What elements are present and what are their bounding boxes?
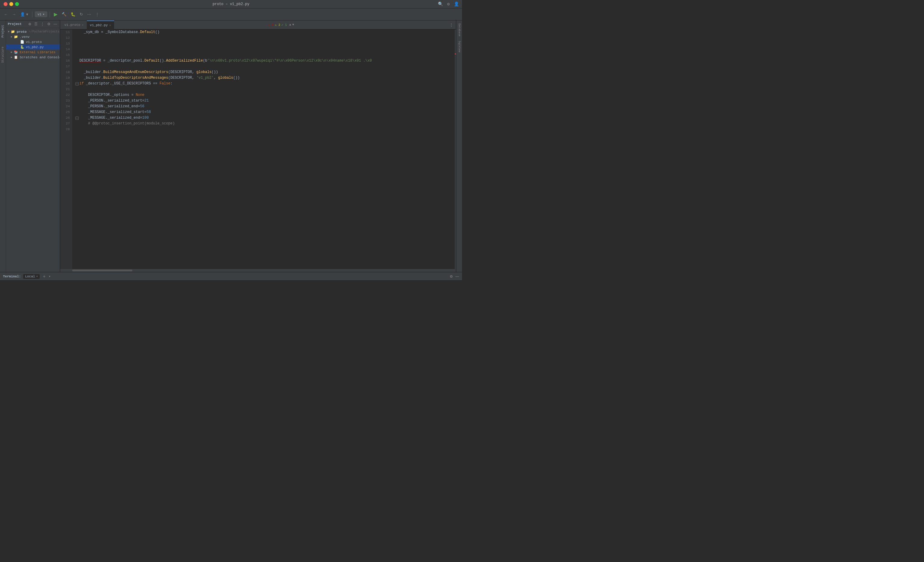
panel-actions: ⊕ ☰ ⋮ ⚙ — <box>27 22 58 27</box>
terminal-body[interactable]: (.venv) wupeiqi@wupeiqideMacBook-Pro pro… <box>0 281 462 281</box>
toolbar: ← → 👤 ▾ v1 ▾ ▶ 🔨 🐛 ↻ ⋯ ⋮ <box>0 8 462 21</box>
nav-up[interactable]: ▲ <box>290 23 291 27</box>
user-menu-btn[interactable]: 👤 ▾ <box>19 11 30 18</box>
search-icon[interactable]: 🔍 <box>438 1 443 7</box>
code-line-18: _builder.BuildMessageAndEnumDescriptors(… <box>75 69 450 75</box>
tree-label-proto: proto <box>16 30 27 34</box>
filter-btn[interactable]: ⋮ <box>40 22 45 27</box>
ln-15: 15 <box>60 52 70 58</box>
editor-area: v1.proto ✕ v1_pb2.py ✕ ⚠ 4 ⚠ 2 ✓ 1 ▲ ▼ ⋮… <box>60 21 456 272</box>
tree-item-ext-libs[interactable]: ▶ 📚 External Libraries <box>6 49 60 55</box>
code-line-16: DESCRIPTOR = _descriptor_pool.Default().… <box>75 58 450 64</box>
tree-label-scratches: Scratches and Consoles <box>20 55 60 59</box>
nav-down[interactable]: ▼ <box>292 23 294 27</box>
forward-btn[interactable]: → <box>10 11 18 18</box>
code-content[interactable]: _sym_db = _SymbolDatabase.Default() <box>72 30 452 269</box>
branch-arrow: ▾ <box>43 12 45 16</box>
bottom-panel: Terminal: Local ✕ ＋ ▾ ⚙ — (.venv) wupeiq… <box>0 272 462 281</box>
database-icon[interactable]: Database <box>458 24 461 36</box>
ln-12: 12 <box>60 35 70 41</box>
hide-btn[interactable]: — <box>52 22 58 27</box>
warn-count: ⚠ 2 <box>275 23 280 27</box>
sqlview-icon[interactable]: SqiView <box>458 41 461 52</box>
back-btn[interactable]: ← <box>2 11 9 18</box>
title-actions: 🔍 ⚙ 👤 <box>438 1 459 7</box>
settings-icon[interactable]: ⚙ <box>447 1 450 7</box>
h-scrollbar-thumb[interactable] <box>72 270 132 271</box>
arrow-venv: ▶ <box>11 35 12 39</box>
terminal-add-btn[interactable]: ＋ <box>42 274 46 279</box>
separator-1 <box>32 11 33 18</box>
tree-item-v1proto[interactable]: 📄 v1.proto <box>6 39 60 45</box>
tabs-overflow[interactable]: ⋮ <box>448 22 455 27</box>
tab-v1proto[interactable]: v1.proto ✕ <box>62 21 87 30</box>
close-btn[interactable] <box>4 2 8 6</box>
ln-16: 16 <box>60 58 70 64</box>
tree-label-ext-libs: External Libraries <box>20 51 56 54</box>
code-area-wrapper: 11 12 13 14 15 16 17 18 19 20 21 22 23 2… <box>60 30 456 269</box>
debug-btn[interactable]: 🐛 <box>69 11 77 18</box>
editor-tabs: v1.proto ✕ v1_pb2.py ✕ ⚠ 4 ⚠ 2 ✓ 1 ▲ ▼ ⋮ <box>60 21 456 30</box>
tree-item-scratches[interactable]: ▶ 📋 Scratches and Consoles <box>6 55 60 60</box>
tab-close-v1pb2[interactable]: ✕ <box>109 24 111 27</box>
code-text-12 <box>80 35 81 41</box>
collapse-btn[interactable]: ☰ <box>33 22 39 27</box>
terminal-settings-btn[interactable]: ⚙ <box>450 274 453 279</box>
settings-btn[interactable]: ⚙ <box>46 22 51 27</box>
panel-header: Project ⊕ ☰ ⋮ ⚙ — <box>6 21 60 28</box>
tree-label-v1pb2: v1_pb2.py <box>26 45 44 49</box>
tab-close-v1proto[interactable]: ✕ <box>82 23 84 27</box>
ok-count: ✓ 1 <box>282 23 287 27</box>
run-btn[interactable]: ▶ <box>52 11 59 18</box>
tab-label-v1pb2: v1_pb2.py <box>90 24 108 27</box>
code-line-23: _PERSON._serialized_start=21 <box>75 98 450 104</box>
code-text-22: DESCRIPTOR._options = None <box>80 92 144 98</box>
fold-icon-26 <box>75 116 79 120</box>
window-title: proto – v1_pb2.py <box>213 2 249 6</box>
terminal-minimize-btn[interactable]: — <box>455 274 459 279</box>
ln-28: 28 <box>60 127 70 132</box>
build-btn[interactable]: 🔨 <box>60 11 68 18</box>
tab-v1pb2[interactable]: v1_pb2.py ✕ <box>87 21 114 30</box>
terminal-header: Terminal: Local ✕ ＋ ▾ ⚙ — <box>0 272 462 281</box>
code-line-28 <box>75 127 450 132</box>
code-text-16: DESCRIPTOR = _descriptor_pool.Default().… <box>80 58 372 64</box>
ln-21: 21 <box>60 87 70 92</box>
gutter-26 <box>75 116 80 120</box>
ln-26: 26 <box>60 115 70 121</box>
error-indicators-row: ⚠ 4 ⚠ 2 ✓ 1 ▲ ▼ <box>267 23 296 27</box>
branch-selector[interactable]: v1 ▾ <box>35 11 48 17</box>
sidebar-tab-strip: Project Structure <box>0 21 6 272</box>
sidebar-tab-structure[interactable]: Structure <box>1 45 5 64</box>
tree-item-proto-root[interactable]: ▼ 📁 proto ~/PycharmProjects/luffySpider/… <box>6 29 60 34</box>
branch-label: v1 <box>38 13 42 16</box>
editor-container: 11 12 13 14 15 16 17 18 19 20 21 22 23 2… <box>60 30 456 272</box>
terminal-close-btn[interactable]: ✕ <box>36 275 38 278</box>
code-line-20: if _descriptor._USE_C_DESCRIPTORS == Fal… <box>75 81 450 87</box>
ln-17: 17 <box>60 64 70 69</box>
minimize-btn[interactable] <box>9 2 13 6</box>
maximize-btn[interactable] <box>15 2 19 6</box>
refresh-btn[interactable]: ↻ <box>78 11 84 18</box>
more2-btn[interactable]: ⋮ <box>94 11 101 18</box>
code-line-13 <box>75 41 450 46</box>
code-line-14 <box>75 46 450 52</box>
tree-item-venv[interactable]: ▶ 📁 .venv <box>6 34 60 39</box>
terminal-label: Terminal: <box>3 275 21 278</box>
main-layout: Project Structure Project ⊕ ☰ ⋮ ⚙ — ▼ 📁 <box>0 21 462 272</box>
more-btn[interactable]: ⋯ <box>86 11 93 18</box>
terminal-tab-local[interactable]: Local ✕ <box>23 274 39 279</box>
code-line-27: # @@protoc_insertion_point(module_scope) <box>75 121 450 127</box>
sidebar-tab-project[interactable]: Project <box>1 24 5 39</box>
tree-item-v1pb2[interactable]: 🐍 v1_pb2.py <box>6 45 60 49</box>
code-text-20: if _descriptor._USE_C_DESCRIPTORS == Fal… <box>80 81 172 87</box>
tree-label-v1proto: v1.proto <box>26 40 42 44</box>
code-text-19: _builder.BuildTopDescriptorsAndMessages(… <box>80 75 240 81</box>
user-icon[interactable]: 👤 <box>454 1 459 7</box>
arrow-proto: ▼ <box>8 30 9 33</box>
h-scrollbar[interactable] <box>60 269 456 272</box>
right-sidebar: Database SqiView <box>456 21 462 272</box>
locate-btn[interactable]: ⊕ <box>27 22 32 27</box>
ln-18: 18 <box>60 69 70 75</box>
terminal-dropdown-btn[interactable]: ▾ <box>49 274 51 278</box>
